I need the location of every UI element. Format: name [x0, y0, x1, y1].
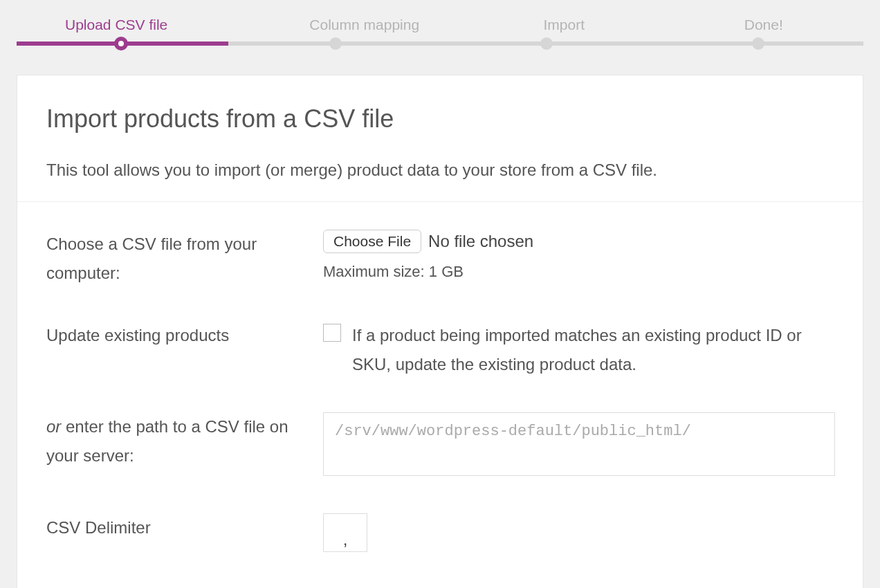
progress-track: [17, 42, 863, 46]
step-dot-done: [752, 37, 764, 50]
control-delimiter: [323, 513, 834, 552]
step-upload: Upload CSV file: [17, 17, 265, 33]
progress-stepper: Upload CSV file Column mapping Import Do…: [0, 0, 880, 75]
file-size-hint: Maximum size: 1 GB: [323, 263, 834, 281]
row-server-path: or enter the path to a CSV file on your …: [46, 412, 834, 480]
choose-file-button[interactable]: Choose File: [323, 230, 421, 253]
label-server-path-rest: enter the path to a CSV file on your ser…: [46, 417, 288, 465]
control-update-existing: If a product being imported matches an e…: [323, 321, 834, 379]
label-server-path-prefix: or: [46, 417, 61, 436]
label-server-path: or enter the path to a CSV file on your …: [46, 412, 323, 470]
card-header: Import products from a CSV file This too…: [17, 75, 863, 202]
page-description: This tool allows you to import (or merge…: [46, 158, 834, 182]
form-body: Choose a CSV file from your computer: Ch…: [17, 202, 863, 588]
control-server-path: [323, 412, 835, 480]
server-path-input[interactable]: [323, 412, 835, 476]
step-dot-upload: [114, 37, 128, 50]
control-choose-file: Choose File No file chosen Maximum size:…: [323, 230, 834, 281]
update-existing-description: If a product being imported matches an e…: [352, 321, 834, 379]
row-delimiter: CSV Delimiter: [46, 513, 834, 552]
update-existing-checkbox[interactable]: [323, 324, 341, 342]
file-status: No file chosen: [428, 232, 533, 251]
row-update-existing: Update existing products If a product be…: [46, 321, 834, 379]
import-card: Import products from a CSV file This too…: [17, 75, 863, 588]
page-title: Import products from a CSV file: [46, 104, 834, 134]
step-dot-mapping: [329, 37, 342, 50]
label-choose-file: Choose a CSV file from your computer:: [46, 230, 323, 288]
row-choose-file: Choose a CSV file from your computer: Ch…: [46, 230, 834, 288]
label-delimiter: CSV Delimiter: [46, 513, 323, 542]
step-import: Import: [464, 17, 664, 33]
step-mapping: Column mapping: [265, 17, 465, 33]
delimiter-input[interactable]: [323, 513, 367, 552]
step-dot-import: [540, 37, 553, 50]
label-update-existing: Update existing products: [46, 321, 323, 350]
step-done: Done!: [664, 17, 864, 33]
